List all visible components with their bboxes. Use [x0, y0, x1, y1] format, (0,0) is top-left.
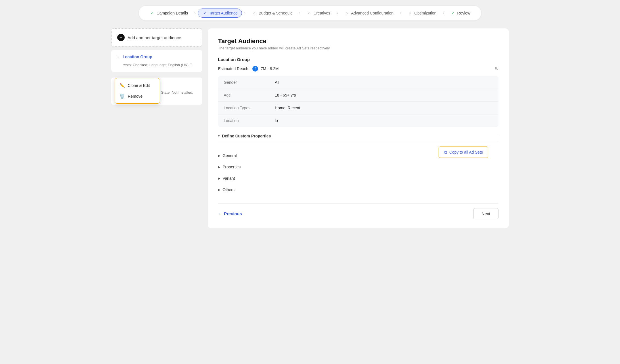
row-label-location: Location	[224, 118, 275, 123]
table-row-gender: Gender All	[218, 76, 498, 89]
row-label-location-types: Location Types	[224, 106, 275, 110]
previous-button[interactable]: ← Previous	[218, 211, 242, 216]
step-circle-icon: ○	[407, 11, 412, 16]
row-value-location: lo	[275, 118, 278, 123]
collapse-properties: ▶ Properties	[218, 162, 498, 171]
step-check-icon: ✓	[150, 11, 155, 16]
step-check-icon: ✓	[451, 11, 456, 16]
step-budget-schedule[interactable]: ○ Budget & Schedule	[248, 9, 297, 17]
copy-all-label: Copy to all Ad Sets	[449, 150, 483, 154]
row-label-gender: Gender	[224, 80, 275, 85]
audience-summary: rests: Checked; Language: English (UK),E	[123, 63, 192, 67]
remove-menu-item[interactable]: 🗑️ Remove	[115, 91, 160, 102]
panel-subtitle: The target audience you have added will …	[218, 46, 498, 50]
right-panel: Target Audience The target audience you …	[208, 28, 509, 228]
copy-icon: ⧉	[444, 150, 447, 155]
three-dots-icon[interactable]: ⋮	[116, 54, 120, 59]
collapse-variant: ▶ Variant	[218, 174, 498, 183]
step-divider: ›	[400, 11, 401, 16]
step-review[interactable]: ✓ Review	[447, 9, 474, 17]
chevron-right-icon: ▶	[218, 177, 220, 180]
collapse-others-label: Others	[223, 187, 234, 192]
estimated-reach-label: Estimated Reach:	[218, 66, 250, 71]
row-value-age: 18 - 65+ yrs	[275, 93, 296, 97]
next-button[interactable]: Next	[473, 208, 498, 219]
collapse-variant-label: Variant	[223, 176, 235, 181]
next-label: Next	[481, 211, 490, 216]
previous-label: Previous	[224, 211, 242, 216]
chevron-right-icon: ▶	[218, 188, 220, 192]
step-label: Campaign Details	[156, 11, 188, 15]
clone-edit-menu-item[interactable]: ✏️ Clone & Edit	[115, 80, 160, 91]
row-value-gender: All	[275, 80, 279, 85]
step-label: Advanced Configuration	[351, 11, 393, 15]
refresh-button[interactable]: ↻	[495, 66, 498, 72]
step-advanced-config[interactable]: ○ Advanced Configuration	[340, 9, 397, 17]
plus-icon: +	[117, 34, 125, 41]
custom-props-section: ▾ Define Custom Properties	[218, 134, 498, 142]
audience-title: Location Group	[123, 55, 152, 59]
reach-value: 7M - 8.2M	[261, 66, 279, 71]
step-label: Creatives	[313, 11, 330, 15]
remove-label: Remove	[128, 94, 143, 99]
step-target-audience[interactable]: ✓ Target Audience	[198, 9, 242, 18]
step-divider: ›	[443, 11, 444, 16]
step-divider: ›	[336, 11, 338, 16]
step-label: Review	[457, 11, 470, 15]
add-audience-button[interactable]: + Add another target audience	[111, 28, 202, 47]
audience-card-header: ⋮ Location Group	[116, 54, 198, 59]
main-content: + Add another target audience ⋮ Location…	[111, 28, 509, 228]
wizard-steps: ✓ Campaign Details › ✓ Target Audience ›…	[139, 6, 481, 20]
context-menu: ✏️ Clone & Edit 🗑️ Remove	[115, 78, 160, 104]
step-circle-icon: ○	[307, 11, 312, 16]
add-audience-label: Add another target audience	[127, 35, 181, 40]
chevron-right-icon: ▶	[218, 154, 220, 158]
chevron-right-icon: ▶	[218, 165, 220, 169]
step-circle-icon: ○	[252, 11, 257, 16]
copy-to-all-ad-sets-button[interactable]: ⧉ Copy to all Ad Sets	[439, 147, 488, 158]
row-label-age: Age	[224, 93, 275, 97]
step-active-icon: ✓	[202, 11, 207, 16]
step-label: Target Audience	[209, 11, 237, 15]
collapse-general-label: General	[223, 153, 237, 158]
arrow-left-icon: ←	[218, 211, 222, 216]
audience-details-table: Gender All Age 18 - 65+ yrs Location Typ…	[218, 76, 498, 127]
step-campaign-details[interactable]: ✓ Campaign Details	[146, 9, 192, 17]
table-row-age: Age 18 - 65+ yrs	[218, 89, 498, 102]
facebook-icon: f	[252, 66, 258, 72]
custom-props-title: Define Custom Properties	[222, 134, 271, 138]
step-label: Budget & Schedule	[259, 11, 293, 15]
clone-icon: ✏️	[120, 83, 125, 88]
collapse-variant-header[interactable]: ▶ Variant	[218, 174, 498, 183]
audience-card-1: ⋮ Location Group rests: Checked; Languag…	[111, 50, 202, 72]
trash-icon: 🗑️	[120, 94, 125, 99]
section-label: Location Group	[218, 57, 498, 62]
collapse-properties-header[interactable]: ▶ Properties	[218, 162, 498, 171]
step-optimization[interactable]: ○ Optimization	[403, 9, 440, 17]
estimated-reach-row: Estimated Reach: f 7M - 8.2M ↻	[218, 66, 498, 72]
collapse-others-header[interactable]: ▶ Others	[218, 185, 498, 194]
table-row-location: Location lo	[218, 114, 498, 127]
table-row-location-types: Location Types Home, Recent	[218, 102, 498, 114]
step-label: Optimization	[414, 11, 436, 15]
step-divider: ›	[244, 11, 246, 16]
step-creatives[interactable]: ○ Creatives	[303, 9, 334, 17]
step-divider: ›	[299, 11, 300, 16]
step-circle-icon: ○	[344, 11, 349, 16]
row-value-location-types: Home, Recent	[275, 106, 300, 110]
step-divider: ›	[194, 11, 196, 16]
panel-title: Target Audience	[218, 37, 498, 45]
left-panel: + Add another target audience ⋮ Location…	[111, 28, 202, 228]
clone-edit-label: Clone & Edit	[128, 83, 150, 88]
audience-card-body: rests: Checked; Language: English (UK),E	[116, 62, 198, 68]
collapse-others: ▶ Others	[218, 185, 498, 194]
chevron-down-icon: ▾	[218, 134, 220, 138]
bottom-nav: ← Previous Next	[218, 203, 498, 219]
collapse-properties-label: Properties	[223, 165, 241, 169]
